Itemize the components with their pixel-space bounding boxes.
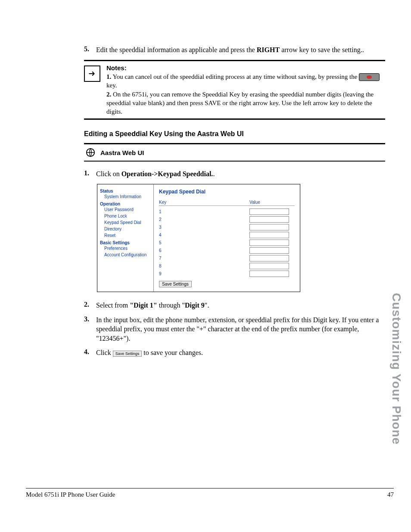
value-input[interactable] (249, 224, 289, 230)
sidebar-item[interactable]: Preferences (104, 245, 152, 252)
sidebar-head-operation[interactable]: Operation (100, 202, 152, 206)
step-4: 4. Click Save Settings to save your chan… (84, 348, 385, 358)
web-ui-label: Aastra Web UI (100, 149, 144, 156)
step-1: 1. Click on Operation->Keypad Speeddial.… (84, 169, 385, 179)
step-text: In the input box, edit the phone number,… (96, 315, 385, 343)
web-ui-bar: Aastra Web UI (84, 143, 385, 162)
page-number: 47 (387, 491, 394, 498)
step-2: 2. Select from "Digit 1" through "Digit … (84, 301, 385, 310)
step-5: 5. Edit the speeddial information as app… (84, 45, 385, 55)
step-number: 3. (84, 315, 96, 343)
ui-page-title: Keypad Speed Dial (159, 189, 295, 195)
value-input[interactable] (249, 216, 289, 223)
value-input[interactable] (249, 240, 289, 246)
table-row: 5 (159, 239, 295, 246)
step-number: 5. (84, 45, 96, 55)
step-number: 2. (84, 301, 96, 310)
value-input[interactable] (249, 208, 289, 215)
web-ui-screenshot: Status System Information Operation User… (97, 184, 300, 292)
value-input[interactable] (249, 263, 289, 269)
goodbye-key-icon (359, 73, 380, 81)
notes-heading: Notes: (106, 64, 127, 72)
table-row: 7 (159, 254, 295, 262)
globe-icon (86, 148, 95, 157)
step-text: Select from "Digit 1" through "Digit 9". (96, 301, 385, 310)
step-text: Edit the speeddial information as applic… (96, 45, 385, 55)
col-key: Key (159, 200, 249, 205)
ui-table-header: Key Value (159, 200, 295, 206)
table-row: 3 (159, 223, 295, 231)
table-row: 4 (159, 231, 295, 239)
value-input[interactable] (249, 271, 289, 277)
section-heading: Editing a Speeddial Key Using the Aastra… (84, 130, 385, 138)
notes-text: Notes: 1. You can cancel out of the spee… (106, 64, 385, 116)
arrow-right-icon (84, 65, 100, 82)
save-settings-button[interactable]: Save Settings (159, 281, 192, 287)
table-row: 9 (159, 270, 295, 277)
value-input[interactable] (249, 247, 289, 254)
sidebar-item[interactable]: System Information (104, 193, 152, 200)
step-3: 3. In the input box, edit the phone numb… (84, 315, 385, 343)
value-input[interactable] (249, 232, 289, 238)
step-text: Click Save Settings to save your changes… (96, 348, 385, 358)
step-number: 4. (84, 348, 96, 358)
save-settings-button-inline: Save Settings (113, 351, 142, 357)
sidebar-item[interactable]: User Password (104, 206, 152, 213)
footer-left: Model 6751i IP Phone User Guide (26, 491, 115, 498)
notes-block: Notes: 1. You can cancel out of the spee… (84, 60, 385, 120)
step-text: Click on Operation->Keypad Speeddial.. (96, 169, 385, 179)
ui-sidebar: Status System Information Operation User… (97, 184, 154, 292)
sidebar-head-basic[interactable]: Basic Settings (100, 240, 152, 245)
sidebar-head-status[interactable]: Status (100, 189, 152, 193)
page-footer: Model 6751i IP Phone User Guide 47 (26, 488, 394, 498)
table-row: 6 (159, 246, 295, 254)
sidebar-item[interactable]: Directory (104, 226, 152, 232)
ui-main: Keypad Speed Dial Key Value 1 2 3 4 5 6 … (154, 184, 300, 292)
table-row: 2 (159, 215, 295, 223)
sidebar-item[interactable]: Keypad Speed Dial (104, 219, 152, 226)
sidebar-item[interactable]: Phone Lock (104, 213, 152, 219)
sidebar-item[interactable]: Reset (104, 232, 152, 239)
sidebar-item[interactable]: Account Configuration (104, 252, 152, 258)
step-number: 1. (84, 169, 96, 179)
col-value: Value (249, 200, 295, 205)
table-row: 8 (159, 262, 295, 270)
chapter-tab: Customizing Your Phone (389, 293, 403, 445)
table-row: 1 (159, 208, 295, 215)
value-input[interactable] (249, 255, 289, 261)
